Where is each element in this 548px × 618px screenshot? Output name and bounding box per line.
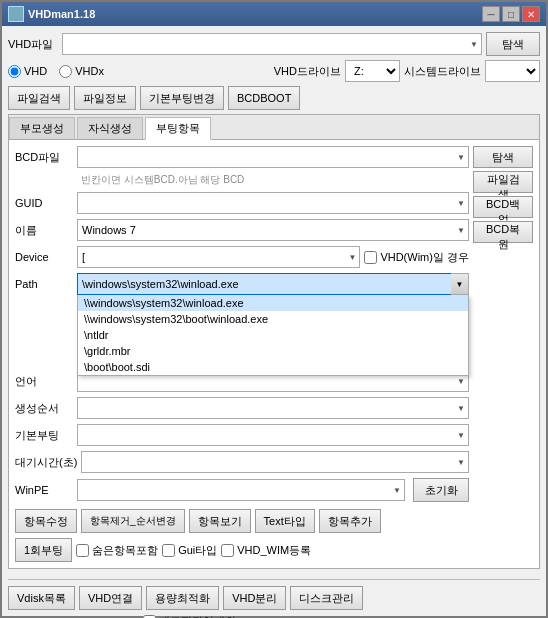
device-label: Device: [15, 251, 73, 263]
vhd-type-group: VHD VHDx: [8, 65, 104, 78]
maximize-button[interactable]: □: [502, 6, 520, 22]
minimize-button[interactable]: ─: [482, 6, 500, 22]
tab-bottom-row2: 1회부팅 숨은항목포함 Gui타입 VHD_WIM등록: [15, 538, 533, 562]
main-content: VHD파일 ▼ 탐색 VHD VHDx VHD드라이브: [2, 26, 546, 618]
bcd-search-button[interactable]: 파일검색: [473, 171, 533, 193]
title-bar-left: VHDman1.18: [8, 6, 95, 22]
gui-type-checkbox-row: Gui타입: [162, 543, 217, 558]
vhd-radio-label: VHD: [24, 65, 47, 77]
file-search-button[interactable]: 파일검색: [8, 86, 70, 110]
vhd-file-row: VHD파일 ▼ 탐색: [8, 32, 540, 56]
toolbar-row: 파일검색 파일정보 기본부팅변경 BCDBOOT: [8, 86, 540, 110]
tab-parent[interactable]: 부모생성: [9, 117, 75, 139]
guid-select[interactable]: [77, 192, 469, 214]
path-container: \windows\system32\winload.exe ▼ \\window…: [77, 273, 469, 295]
bcd-file-select[interactable]: [77, 146, 469, 168]
vhd-browse-button[interactable]: 탐색: [486, 32, 540, 56]
title-controls: ─ □ ✕: [482, 6, 540, 22]
vhdx-radio-label: VHDx: [75, 65, 104, 77]
vhd-wim-reg-checkbox[interactable]: [221, 544, 234, 557]
path-option-3[interactable]: \ntldr: [78, 327, 468, 343]
default-boot-select[interactable]: [77, 424, 469, 446]
tab-child[interactable]: 자식생성: [77, 117, 143, 139]
path-option-5[interactable]: \boot\boot.sdi: [78, 359, 468, 375]
vhd-file-label: VHD파일: [8, 37, 58, 52]
guid-label: GUID: [15, 197, 73, 209]
path-dropdown-btn[interactable]: ▼: [451, 273, 469, 295]
tab-bottom-buttons: 항목수정 항목제거_순서변경 항목보기 Text타입 항목추가: [15, 509, 533, 533]
optimize-button[interactable]: 용량최적화: [146, 586, 219, 610]
vhd-split-button[interactable]: VHD분리: [223, 586, 286, 610]
bootice-container: 제로필작업제외 BootICE1.0.4: [143, 614, 236, 618]
device-select[interactable]: [: [77, 246, 360, 268]
vhd-wim-reg-label: VHD_WIM등록: [237, 543, 311, 558]
reorder-button[interactable]: 항목제거_순서변경: [81, 509, 185, 533]
vhdx-radio[interactable]: [59, 65, 72, 78]
right-buttons: 탐색 파일검색 BCD백업 BCD복원: [473, 146, 533, 502]
close-button[interactable]: ✕: [522, 6, 540, 22]
path-option-4[interactable]: \grldr.mbr: [78, 343, 468, 359]
guid-row: GUID ▼: [15, 192, 469, 214]
text-type-button[interactable]: Text타입: [255, 509, 315, 533]
path-option-1[interactable]: \\windows\system32\winload.exe: [78, 295, 468, 311]
exclude-label: 제로필작업제외: [159, 614, 236, 618]
gui-type-checkbox[interactable]: [162, 544, 175, 557]
winpe-row: WinPE ▼ 초기화: [15, 478, 469, 502]
exclude-checkbox-row: 제로필작업제외: [143, 614, 236, 618]
bcd-backup-button[interactable]: BCD백업: [473, 196, 533, 218]
name-select[interactable]: Windows 7: [77, 219, 469, 241]
name-label: 이름: [15, 223, 73, 238]
hidden-items-checkbox[interactable]: [76, 544, 89, 557]
vhd-connect-button[interactable]: VHD연결: [79, 586, 142, 610]
view-button[interactable]: 항목보기: [189, 509, 251, 533]
vhd-file-select[interactable]: [62, 33, 482, 55]
path-dropdown: \\windows\system32\winload.exe \\windows…: [77, 295, 469, 376]
edit-button[interactable]: 항목수정: [15, 509, 77, 533]
boot-tab-content: BCD파일 ▼ 빈칸이면 시스템BCD.아님 해당 BCD: [9, 140, 539, 568]
default-boot-label: 기본부팅: [15, 428, 73, 443]
language-label: 언어: [15, 374, 73, 389]
vhd-type-row: VHD VHDx VHD드라이브 Z: 시스템드라이브: [8, 60, 540, 82]
vhd-drive-select[interactable]: Z:: [345, 60, 400, 82]
vhd-wim-checkbox[interactable]: [364, 251, 377, 264]
add-button[interactable]: 항목추가: [319, 509, 381, 533]
path-option-2[interactable]: \\windows\system32\boot\winload.exe: [78, 311, 468, 327]
vhdx-radio-item: VHDx: [59, 65, 104, 78]
bcd-hint: 빈칸이면 시스템BCD.아님 해당 BCD: [77, 173, 244, 187]
disk-manage-button[interactable]: 디스크관리: [290, 586, 363, 610]
hidden-items-label: 숨은항목포함: [92, 543, 158, 558]
bcd-browse-button[interactable]: 탐색: [473, 146, 533, 168]
device-row: Device [ ▼ VHD(Wim)일: [15, 246, 469, 268]
app-icon: [8, 6, 24, 22]
once-boot-button[interactable]: 1회부팅: [15, 538, 72, 562]
winpe-select[interactable]: [77, 479, 405, 501]
vhd-radio-item: VHD: [8, 65, 47, 78]
wait-select[interactable]: [81, 451, 469, 473]
bcd-hint-row: 빈칸이면 시스템BCD.아님 해당 BCD: [15, 173, 469, 187]
window-title: VHDman1.18: [28, 8, 95, 20]
vhd-drive-section: VHD드라이브 Z: 시스템드라이브: [274, 60, 540, 82]
init-button[interactable]: 초기화: [413, 478, 469, 502]
bcdboot-button[interactable]: BCDBOOT: [228, 86, 300, 110]
form-fields: BCD파일 ▼ 빈칸이면 시스템BCD.아님 해당 BCD: [15, 146, 469, 502]
path-selected-input[interactable]: \windows\system32\winload.exe ▼: [77, 273, 469, 295]
order-select[interactable]: [77, 397, 469, 419]
hidden-items-checkbox-row: 숨은항목포함: [76, 543, 158, 558]
bottom-row-1: Vdisk목록 VHD연결 용량최적화 VHD분리 디스크관리: [8, 586, 540, 610]
separator-1: [8, 579, 540, 580]
bcd-file-label: BCD파일: [15, 150, 73, 165]
vdisk-button[interactable]: Vdisk목록: [8, 586, 75, 610]
path-selected-value: \windows\system32\winload.exe: [82, 278, 239, 290]
file-info-button[interactable]: 파일정보: [74, 86, 136, 110]
tab-boot[interactable]: 부팅항목: [145, 117, 211, 140]
bcd-file-row: BCD파일 ▼: [15, 146, 469, 168]
gui-type-label: Gui타입: [178, 543, 217, 558]
bcd-restore-button[interactable]: BCD복원: [473, 221, 533, 243]
vhd-radio[interactable]: [8, 65, 21, 78]
default-boot-button[interactable]: 기본부팅변경: [140, 86, 224, 110]
bottom-row-2: MBR설치 PBR설치 제로필작업제외 BootICE1.0.4 CMD 나가기: [8, 614, 540, 618]
system-drive-select[interactable]: [485, 60, 540, 82]
path-row: Path \windows\system32\winload.exe ▼ \\w…: [15, 273, 469, 295]
title-bar: VHDman1.18 ─ □ ✕: [2, 2, 546, 26]
footer-section: Vdisk목록 VHD연결 용량최적화 VHD분리 디스크관리 MBR설치 PB…: [8, 573, 540, 618]
